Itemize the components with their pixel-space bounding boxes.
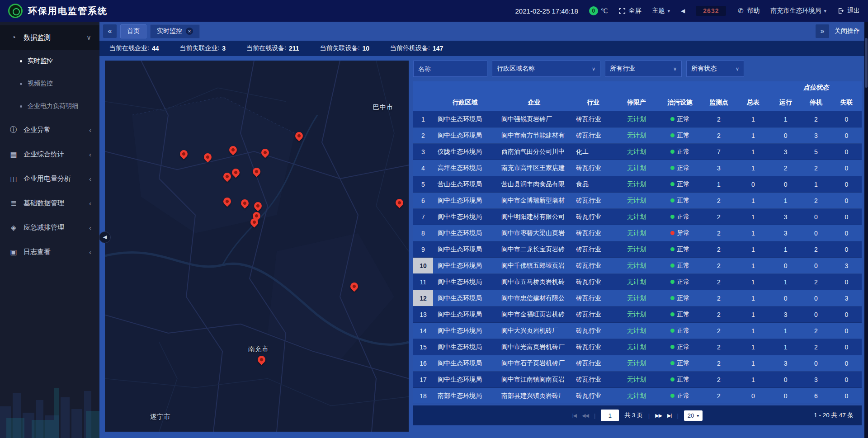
- row-index: 2: [413, 127, 433, 143]
- row-monitor-points: 2: [702, 323, 736, 339]
- sidebar-item-enterprise-abnormal[interactable]: ⓘ企业异常‹: [0, 118, 99, 142]
- table-row[interactable]: 4 高坪生态环境局 南充市高坪区王家店建 砖瓦行业 无计划 正常 3 1 2 2…: [413, 160, 862, 176]
- row-running-count: 1: [770, 193, 801, 208]
- sidebar: ◔数据监测∨实时监控视频监控企业电力负荷明细ⓘ企业异常‹▤企业综合统计‹◫企业用…: [0, 22, 99, 438]
- row-industry: 砖瓦行业: [571, 241, 615, 257]
- row-limit-status: 无计划: [615, 160, 658, 176]
- first-page-icon[interactable]: |◀: [572, 413, 576, 419]
- row-monitor-points: 7: [702, 144, 736, 160]
- stat-item: 当前在线设备: 211: [246, 44, 299, 52]
- table-row[interactable]: 11 阆中生态环境局 阆中市五马桥页岩机砖 砖瓦行业 无计划 正常 2 1 1 …: [413, 274, 862, 290]
- content: 巴中市南充市遂宁市 ◀ 行政区域名称 ∨ 所有行业 ∨: [99, 56, 868, 438]
- sidebar-item-power-usage-analysis[interactable]: ◫企业用电量分析‹: [0, 166, 99, 191]
- table-row[interactable]: 7 阆中生态环境局 阆中明阳建材有限公司 砖瓦行业 无计划 正常 2 1 3 0…: [413, 209, 862, 225]
- temperature-unit: ℃: [601, 7, 608, 14]
- table-row[interactable]: 17 阆中生态环境局 阆中市江南镇阆南页岩 砖瓦行业 无计划 正常 2 1 0 …: [413, 372, 862, 388]
- status-filter-select[interactable]: 所有状态 ∨: [686, 61, 744, 77]
- chevron-down-icon: ∨: [673, 66, 677, 72]
- stat-item: 当前停机设备: 147: [390, 44, 443, 52]
- row-facility-status: 正常: [658, 323, 702, 339]
- sidebar-item-emergency-reduction[interactable]: ◈应急减排管理‹: [0, 215, 99, 240]
- row-disconnected-count: 0: [831, 193, 862, 208]
- row-limit-status: 无计划: [615, 111, 658, 127]
- theme-dropdown[interactable]: 主题 ▾: [652, 7, 670, 15]
- column-stop: 停机: [801, 94, 831, 111]
- help-button[interactable]: ✆ 帮助: [737, 7, 760, 15]
- table-row[interactable]: 3 仪陇生态环境局 西南油气田分公司川中 化工 无计划 正常 7 1 3 5 0: [413, 144, 862, 160]
- table-row[interactable]: 18 南部生态环境局 南部县建兴镇页岩砖厂 砖瓦行业 无计划 正常 2 0 0 …: [413, 388, 862, 404]
- row-region: 阆中生态环境局: [433, 372, 497, 387]
- table-row[interactable]: 1 阆中生态环境局 阆中强锐页岩砖厂 砖瓦行业 无计划 正常 2 1 1 2 0: [413, 111, 862, 127]
- row-industry: 砖瓦行业: [571, 355, 615, 371]
- column-limit: 停限产: [615, 94, 658, 111]
- row-monitor-points: 2: [702, 127, 736, 143]
- stat-value: 147: [433, 45, 443, 52]
- prev-page-icon[interactable]: ◀◀: [582, 413, 589, 419]
- sidebar-subitem[interactable]: 视频监控: [0, 72, 99, 95]
- page-size-select[interactable]: 20 ▾: [684, 410, 703, 421]
- table-row[interactable]: 5 营山生态环境局 营山县润丰肉食品有限 食品 无计划 正常 1 0 0 1 0: [413, 176, 862, 193]
- row-limit-status: 无计划: [615, 355, 658, 371]
- fullscreen-button[interactable]: 全屏: [619, 7, 642, 15]
- sidebar-subitem[interactable]: 实时监控: [0, 50, 99, 72]
- next-page-icon[interactable]: ▶▶: [655, 413, 662, 419]
- close-operations-button[interactable]: 关闭操作: [835, 27, 860, 35]
- table-row[interactable]: 8 阆中生态环境局 阆中市枣碧大梁山页岩 砖瓦行业 无计划 异常 2 1 3 0…: [413, 225, 862, 241]
- sidebar-item-base-data-management[interactable]: ≣基础数据管理‹: [0, 191, 99, 215]
- row-region: 阆中生态环境局: [433, 323, 497, 339]
- scrollbar[interactable]: [864, 22, 868, 438]
- stat-value: 3: [222, 45, 226, 52]
- sidebar-item-data-monitoring[interactable]: ◔数据监测∨: [0, 25, 99, 50]
- row-running-count: 1: [770, 323, 801, 339]
- tabs-scroll-left-icon[interactable]: «: [103, 24, 117, 38]
- table-row[interactable]: 15 阆中生态环境局 阆中市光富页岩机砖厂 砖瓦行业 无计划 正常 2 1 1 …: [413, 339, 862, 355]
- base-data-management-icon: ≣: [8, 199, 19, 207]
- table-row[interactable]: 2 阆中生态环境局 阆中市南方节能建材有 砖瓦行业 无计划 正常 2 1 0 3…: [413, 127, 862, 144]
- industry-filter-select[interactable]: 所有行业 ∨: [605, 61, 682, 77]
- row-limit-status: 无计划: [615, 323, 658, 339]
- power-usage-analysis-icon: ◫: [8, 174, 19, 183]
- row-disconnected-count: 0: [831, 372, 862, 387]
- table-row[interactable]: 6 阆中生态环境局 阆中市金博瑞新型墙材 砖瓦行业 无计划 正常 2 1 1 2…: [413, 193, 862, 209]
- row-stopped-count: 1: [801, 176, 831, 192]
- logout-button[interactable]: 退出: [837, 7, 860, 15]
- row-total-meters: 1: [736, 241, 770, 257]
- row-stopped-count: 0: [801, 209, 831, 225]
- table-row[interactable]: 12 阆中生态环境局 阆中市忠信建材有限公 砖瓦行业 无计划 正常 2 1 0 …: [413, 290, 862, 306]
- region-filter-select[interactable]: 行政区域名称 ∨: [492, 61, 600, 77]
- map-collapse-button[interactable]: ◀: [99, 231, 111, 243]
- org-dropdown[interactable]: 南充市生态环境局 ▾: [770, 7, 826, 15]
- row-index: 5: [413, 176, 433, 192]
- sidebar-item-log-view[interactable]: ▣日志查看‹: [0, 240, 99, 264]
- row-running-count: 3: [770, 144, 801, 160]
- sidebar-item-enterprise-statistics[interactable]: ▤企业综合统计‹: [0, 142, 99, 166]
- table-row[interactable]: 9 阆中生态环境局 阆中市二龙长宝页岩砖 砖瓦行业 无计划 正常 2 1 1 2…: [413, 241, 862, 258]
- row-disconnected-count: 0: [831, 209, 862, 225]
- status-text: 正常: [677, 148, 690, 156]
- row-limit-status: 无计划: [615, 241, 658, 257]
- row-stopped-count: 2: [801, 193, 831, 208]
- status-text: 正常: [677, 392, 690, 400]
- marquee-collapse-icon[interactable]: ◀: [681, 8, 685, 14]
- sidebar-subitem[interactable]: 企业电力负荷明细: [0, 95, 99, 118]
- map-canvas[interactable]: 巴中市南充市遂宁市: [105, 61, 409, 432]
- tab-close-icon[interactable]: ×: [186, 28, 193, 35]
- stats-bar: 当前在线企业: 44 当前失联企业: 3 当前在线设备: 211 当前失联设备:…: [99, 41, 868, 56]
- last-page-icon[interactable]: ▶|: [667, 413, 671, 419]
- table-row[interactable]: 16 阆中生态环境局 阆中市石子页岩机砖厂 砖瓦行业 无计划 正常 2 1 3 …: [413, 355, 862, 372]
- table-row[interactable]: 14 阆中生态环境局 阆中大兴页岩机砖厂 砖瓦行业 无计划 正常 2 1 1 2…: [413, 323, 862, 339]
- tabs-scroll-right-icon[interactable]: »: [816, 24, 829, 38]
- right-panel: 行政区域名称 ∨ 所有行业 ∨ 所有状态 ∨: [413, 61, 862, 432]
- phone-icon: ✆: [737, 7, 744, 14]
- row-company: 阆中市金福旺页岩机砖: [497, 306, 571, 322]
- page-number-input[interactable]: [601, 410, 619, 421]
- tab-home[interactable]: 首页: [120, 24, 146, 38]
- table-row[interactable]: 13 阆中生态环境局 阆中市金福旺页岩机砖 砖瓦行业 无计划 正常 2 1 3 …: [413, 306, 862, 323]
- name-filter-input[interactable]: [413, 61, 487, 77]
- scrollbar-thumb[interactable]: [865, 38, 868, 88]
- table-row[interactable]: 10 阆中生态环境局 阆中千佛镇五郎垭页岩 砖瓦行业 无计划 正常 2 1 0 …: [413, 258, 862, 274]
- row-running-count: 0: [770, 372, 801, 387]
- tab-realtime-monitor[interactable]: 实时监控 ×: [150, 24, 200, 38]
- row-total-meters: 1: [736, 323, 770, 339]
- row-disconnected-count: 3: [831, 290, 862, 306]
